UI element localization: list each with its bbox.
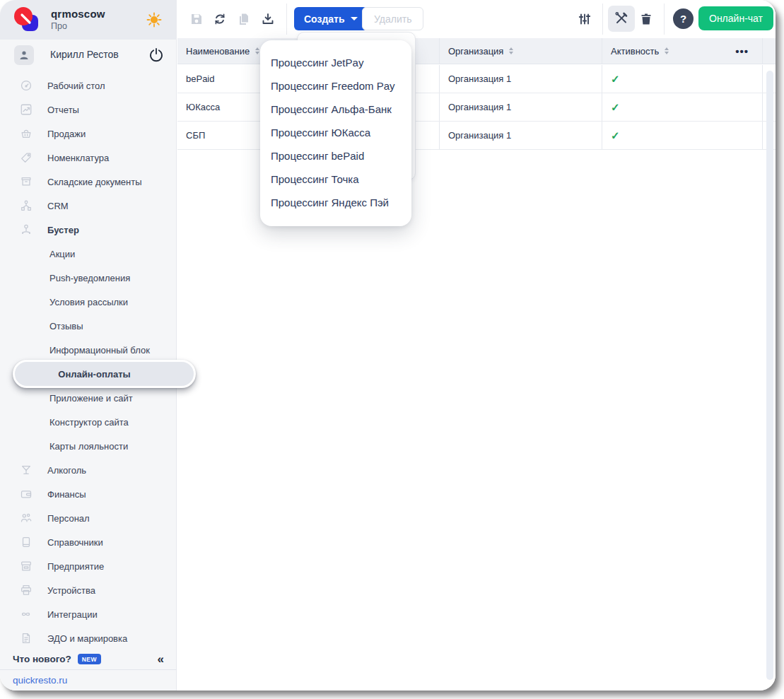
sort-icon — [509, 47, 513, 54]
cell-organization: Организация 1 — [440, 122, 602, 149]
sidebar-item-loyalty-cards[interactable]: Карты лояльности — [0, 434, 177, 458]
menu-item-processing-alfa-bank[interactable]: Процессинг Альфа-Банк — [260, 98, 411, 121]
sidebar-item-label: Устройства — [47, 585, 95, 596]
desktop-icon — [20, 79, 33, 92]
trash-icon[interactable] — [639, 12, 653, 26]
sidebar-item-app-and-site[interactable]: Приложение и сайт — [0, 386, 177, 410]
sidebar-item-site-builder[interactable]: Конструктор сайта — [0, 410, 177, 434]
sidebar-item-label: Складские документы — [47, 177, 142, 187]
sidebar-item-alcohol[interactable]: Алкоголь — [0, 458, 177, 482]
save-icon[interactable] — [189, 12, 204, 26]
theme-sun-icon[interactable] — [146, 11, 163, 28]
tools-icon — [614, 11, 629, 26]
brand-name: qrmoscow — [51, 8, 105, 20]
sidebar-item-label: Продажи — [47, 129, 86, 139]
sidebar-item-sales[interactable]: Продажи — [0, 122, 177, 146]
online-chat-button[interactable]: Онлайн-чат — [698, 6, 773, 30]
sidebar-item-label: Рабочий стол — [47, 81, 105, 91]
quickresto-site-link[interactable]: quickresto.ru — [13, 675, 67, 686]
enterprise-store-icon — [20, 560, 33, 572]
cell-organization: Организация 1 — [440, 65, 602, 93]
reports-icon — [20, 103, 33, 116]
logout-power-icon[interactable] — [148, 47, 164, 62]
sidebar-item-label: Карты лояльности — [49, 441, 128, 452]
sidebar-item-label: Справочники — [47, 537, 103, 548]
crm-icon — [20, 199, 33, 212]
toolbar: Создать Удалить ? Онлайн-чат — [177, 0, 776, 38]
sidebar-item-booster[interactable]: Бустер — [0, 218, 177, 242]
sort-icon — [255, 47, 259, 54]
menu-item-processing-yandex-pay[interactable]: Процессинг Яндекс Пэй — [260, 191, 411, 214]
sidebar-item-label: Интеграции — [47, 609, 98, 620]
menu-item-processing-tochka[interactable]: Процессинг Точка — [260, 168, 411, 191]
sidebar-item-label: Приложение и сайт — [49, 393, 133, 404]
sidebar-item-reviews[interactable]: Отзывы — [0, 314, 177, 338]
delete-button[interactable]: Удалить — [362, 7, 423, 30]
sidebar-item-staff[interactable]: Персонал — [0, 506, 177, 530]
sidebar-footer: Что нового? NEW « quickresto.ru — [0, 649, 177, 691]
copy-icon[interactable] — [237, 12, 251, 26]
cell-organization: Организация 1 — [440, 93, 602, 121]
menu-item-processing-jetpay[interactable]: Процессинг JetPay — [260, 51, 411, 74]
sidebar-item-promotions[interactable]: Акции — [0, 242, 177, 266]
column-header-organization[interactable]: Организация — [440, 38, 602, 64]
menu-item-processing-freedom-pay[interactable]: Процессинг Freedom Pay — [260, 74, 411, 98]
sidebar-item-label: Информационный блок — [49, 345, 150, 356]
booster-icon — [20, 223, 33, 236]
sidebar-item-label: Финансы — [47, 489, 86, 500]
sidebar-item-warehouse[interactable]: Складские документы — [0, 170, 177, 194]
vertical-scrollbar[interactable] — [766, 71, 773, 680]
tools-button[interactable] — [608, 6, 635, 32]
sidebar-item-info-block[interactable]: Информационный блок — [0, 338, 177, 362]
column-label: Организация — [448, 46, 503, 57]
sidebar-item-directories[interactable]: Справочники — [0, 530, 177, 554]
sidebar-item-label: Условия рассылки — [49, 297, 128, 307]
sidebar-item-finance[interactable]: Финансы — [0, 482, 177, 506]
warehouse-box-icon — [20, 175, 33, 188]
sidebar-item-crm[interactable]: CRM — [0, 194, 177, 218]
sidebar-item-label: Номенклатура — [47, 153, 109, 163]
app-window: qrmoscow Про Кирилл Рестов — [0, 0, 776, 691]
active-check-icon: ✓ — [602, 122, 763, 149]
column-settings-icon[interactable] — [578, 12, 592, 26]
sidebar-item-desktop[interactable]: Рабочий стол — [0, 74, 177, 98]
sidebar-item-mailing-conditions[interactable]: Условия рассылки — [0, 290, 177, 314]
alcohol-glass-icon — [20, 464, 33, 476]
sidebar-item-nomenclature[interactable]: Номенклатура — [0, 146, 177, 170]
sidebar-item-label: Персонал — [47, 513, 90, 524]
column-label: Активность — [611, 46, 659, 57]
sidebar-item-label: Push-уведомления — [49, 273, 130, 283]
sidebar-nav: Рабочий стол Отчеты Продажи Номенклатура… — [0, 74, 177, 650]
create-dropdown-menu: Процессинг JetPay Процессинг Freedom Pay… — [260, 40, 411, 226]
edo-document-icon — [20, 632, 33, 645]
help-button[interactable]: ? — [673, 8, 694, 29]
menu-item-processing-yookassa[interactable]: Процессинг ЮКасса — [260, 121, 411, 144]
active-check-icon: ✓ — [602, 93, 763, 121]
sidebar-item-devices[interactable]: Устройства — [0, 578, 177, 602]
sidebar-item-online-payments-selected[interactable]: Онлайн-оплаты — [13, 360, 196, 388]
sidebar-item-integrations[interactable]: Интеграции — [0, 602, 177, 626]
printer-icon — [20, 584, 33, 597]
sidebar-item-push-notifications[interactable]: Push-уведомления — [0, 266, 177, 290]
quickresto-logo-icon — [13, 6, 41, 34]
create-button-label: Создать — [304, 13, 345, 25]
user-row[interactable]: Кирилл Рестов — [0, 42, 177, 69]
create-button[interactable]: Создать — [294, 7, 368, 30]
export-download-icon[interactable] — [261, 12, 275, 26]
sidebar-item-label: Отзывы — [49, 321, 83, 331]
staff-people-icon — [20, 512, 33, 524]
sidebar-item-label: ЭДО и маркировка — [47, 633, 127, 644]
sidebar-item-reports[interactable]: Отчеты — [0, 98, 177, 122]
whats-new-link[interactable]: Что нового? — [13, 654, 71, 664]
sidebar-item-enterprise[interactable]: Предприятие — [0, 554, 177, 578]
refresh-icon[interactable] — [213, 12, 227, 26]
user-avatar-icon — [14, 45, 34, 65]
sales-basket-icon — [20, 127, 33, 140]
menu-item-processing-bepaid[interactable]: Процессинг bePaid — [260, 144, 411, 168]
collapse-sidebar-icon[interactable]: « — [158, 652, 164, 666]
sidebar-item-label: Отчеты — [47, 105, 79, 115]
user-name: Кирилл Рестов — [50, 49, 119, 60]
column-label: Наименование — [186, 46, 250, 57]
column-options-icon[interactable]: ••• — [735, 38, 749, 64]
sidebar-item-edo[interactable]: ЭДО и маркировка — [0, 626, 177, 650]
